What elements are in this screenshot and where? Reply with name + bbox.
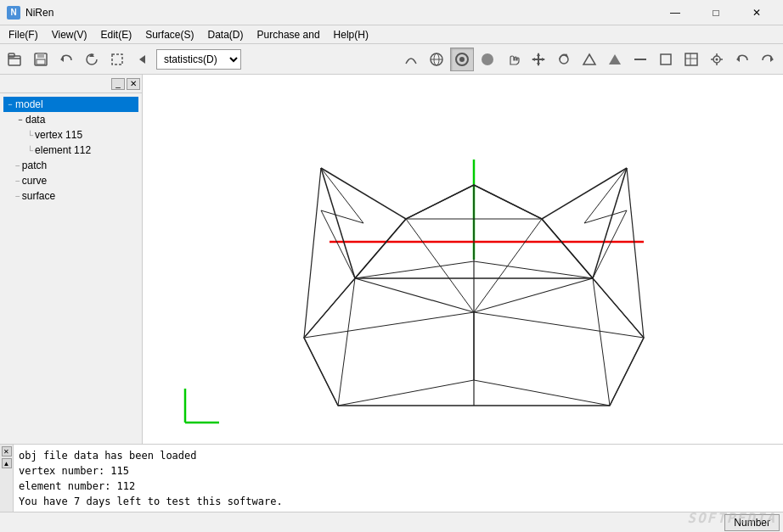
tree-label-vertex: vertex 115 <box>35 129 82 141</box>
svg-rect-25 <box>661 54 671 64</box>
svg-point-15 <box>482 53 493 65</box>
maximize-button[interactable]: □ <box>696 0 735 25</box>
tree-expand-model[interactable]: − <box>5 100 15 109</box>
open-button[interactable] <box>3 48 27 71</box>
tree-node-data[interactable]: − data <box>3 112 138 127</box>
tree-node-element[interactable]: └ element 112 <box>3 143 138 158</box>
menu-file[interactable]: File(F) <box>2 25 45 43</box>
tree-label-model: model <box>15 98 43 110</box>
svg-marker-23 <box>609 54 621 64</box>
console-line-4: You have 7 days left to test this softwa… <box>19 494 778 509</box>
menu-view[interactable]: View(V) <box>45 25 94 43</box>
menu-help[interactable]: Help(H) <box>327 25 375 43</box>
svg-rect-1 <box>8 53 14 57</box>
menu-data[interactable]: Data(D) <box>201 25 251 43</box>
rotate-button[interactable] <box>552 48 576 71</box>
line-button[interactable] <box>628 48 652 71</box>
svg-rect-37 <box>143 75 783 444</box>
panel-minimize-btn[interactable]: _ <box>111 78 125 90</box>
svg-marker-17 <box>537 63 540 66</box>
arc-button[interactable] <box>399 48 423 71</box>
console-btn-2[interactable]: ▲ <box>2 458 12 468</box>
tree-node-patch[interactable]: − patch <box>3 158 138 173</box>
circle-select-button[interactable] <box>450 48 474 71</box>
minimize-button[interactable]: — <box>656 0 695 25</box>
svg-marker-18 <box>532 58 535 61</box>
console-sidebar: ✕ ▲ <box>0 445 14 512</box>
console-output: obj file data has been loaded vertex num… <box>14 445 783 512</box>
move-button[interactable] <box>527 48 550 71</box>
tree-expand-data[interactable]: − <box>15 115 25 124</box>
svg-marker-16 <box>537 53 540 56</box>
refresh-button[interactable] <box>80 48 104 71</box>
tree-node-model[interactable]: − model <box>3 97 138 112</box>
rect-button[interactable] <box>654 48 678 71</box>
mesh-button[interactable] <box>679 48 703 71</box>
console-area: ✕ ▲ obj file data has been loaded vertex… <box>0 444 783 512</box>
tree-label-surface: surface <box>22 190 55 202</box>
triangle2-button[interactable] <box>603 48 627 71</box>
sphere-button[interactable] <box>476 48 499 71</box>
tree-label-data: data <box>25 114 45 126</box>
window-controls: — □ ✕ <box>656 0 776 25</box>
status-bar: Number <box>0 512 783 532</box>
transform-button[interactable] <box>705 48 729 71</box>
globe-button[interactable] <box>425 48 448 71</box>
tree-node-vertex[interactable]: └ vertex 115 <box>3 127 138 143</box>
triangle-button[interactable] <box>577 48 601 71</box>
left-panel: _ ✕ − model − data └ vertex 115 └ elemen… <box>0 75 143 444</box>
console-line-2: vertex number: 115 <box>19 463 778 479</box>
tree-label-curve: curve <box>22 175 47 187</box>
main-area: _ ✕ − model − data └ vertex 115 └ elemen… <box>0 75 783 444</box>
app-icon: N <box>7 6 20 20</box>
undo-button[interactable] <box>54 48 78 71</box>
menu-surface[interactable]: Surface(S) <box>138 25 200 43</box>
svg-rect-26 <box>685 53 697 65</box>
svg-point-30 <box>716 58 718 60</box>
undo2-button[interactable] <box>730 48 754 71</box>
menu-purchase[interactable]: Purchase and <box>251 25 327 43</box>
select-rect-button[interactable] <box>105 48 129 71</box>
tree-label-patch: patch <box>22 160 47 171</box>
toolbar: statistics(D) <box>0 44 783 75</box>
svg-rect-8 <box>112 54 122 64</box>
save-button[interactable] <box>29 48 53 71</box>
svg-rect-4 <box>37 59 45 64</box>
menu-edit[interactable]: Edit(E) <box>93 25 138 43</box>
panel-close-btn[interactable]: ✕ <box>127 78 140 90</box>
console-line-1: obj file data has been loaded <box>19 448 778 463</box>
statistics-dropdown[interactable]: statistics(D) <box>156 49 241 70</box>
svg-marker-9 <box>139 55 145 64</box>
tree-view: − model − data └ vertex 115 └ element 11… <box>0 93 142 444</box>
window-title: NiRen <box>25 7 656 19</box>
tree-label-element: element 112 <box>35 144 91 156</box>
console-btn-1[interactable]: ✕ <box>2 446 12 456</box>
svg-marker-22 <box>583 54 595 64</box>
close-button[interactable]: ✕ <box>737 0 776 25</box>
title-bar: N NiRen — □ ✕ <box>0 0 783 25</box>
back-button[interactable] <box>131 48 155 71</box>
panel-titlebar: _ ✕ <box>0 75 142 93</box>
menu-bar: File(F) View(V) Edit(E) Surface(S) Data(… <box>0 25 783 44</box>
hand-button[interactable] <box>501 48 525 71</box>
tree-node-curve[interactable]: − curve <box>3 173 138 188</box>
tree-node-surface[interactable]: − surface <box>3 188 138 204</box>
number-button[interactable]: Number <box>724 514 780 531</box>
svg-point-14 <box>459 57 465 62</box>
redo-button[interactable] <box>756 48 780 71</box>
console-line-3: element number: 112 <box>19 479 778 494</box>
viewport[interactable] <box>143 75 783 444</box>
svg-rect-3 <box>37 53 44 58</box>
svg-marker-19 <box>542 58 545 61</box>
